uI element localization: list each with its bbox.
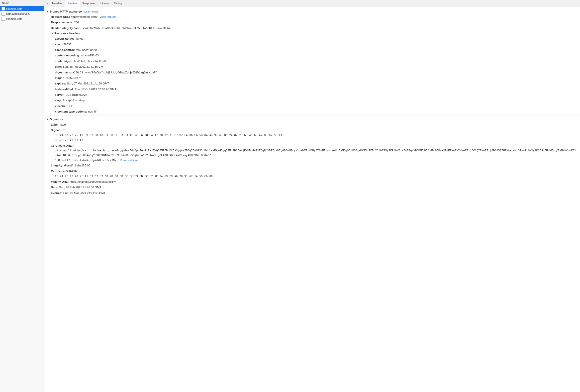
response-header-label: server: xyxy=(55,92,64,97)
tab-headers[interactable]: Headers xyxy=(50,0,65,7)
response-header-row: expires: Sun, 07 Mar 2021 21:41:38 GMT xyxy=(44,81,580,86)
response-header-label: x-content-type-options: xyxy=(55,109,87,114)
response-headers-label: Response headers: xyxy=(54,32,81,35)
learn-more-link[interactable]: Learn more xyxy=(84,10,99,13)
list-item-label: example.com xyxy=(6,17,22,20)
tab-initiator[interactable]: Initiator xyxy=(97,0,111,7)
response-header-value: Thu, 17 Oct 2019 07:18:26 GMT xyxy=(75,87,116,91)
response-header-row: x-cache: HIT xyxy=(44,103,580,109)
request-url-value: https://example.com/ xyxy=(71,15,98,19)
signature-arrow: ▼ xyxy=(46,118,49,121)
expires-row: Expires: Sun, 07 Mar 2021 21:41:38 GMT xyxy=(44,190,580,196)
response-header-value: "3147526947" xyxy=(63,76,81,80)
response-header-value: ECS (dcb/7EA2) xyxy=(65,92,86,97)
response-header-row: x-content-type-options: nosniff xyxy=(44,109,580,114)
response-header-value: nosniff xyxy=(88,109,96,114)
integrity-row: Integrity: digest/mi-sha256-03 xyxy=(44,163,580,168)
signature-header[interactable]: ▼ Signature xyxy=(44,117,580,122)
response-header-label: etag: xyxy=(55,76,62,80)
signature-label-row: Label: label xyxy=(44,122,580,127)
response-header-label: age: xyxy=(55,42,61,47)
cert-sha256-value: FB 44 26 13 48 2F A1 E7 67 F7 68 2D C0 8… xyxy=(44,174,580,179)
signature-hex-1: 30 44 02 20 26 A9 89 92 ED 10 33 98 CE C… xyxy=(44,133,580,138)
tab-close-button[interactable]: × xyxy=(45,0,50,7)
response-header-label: content-encoding: xyxy=(55,53,80,58)
signature-section-label: Signature xyxy=(50,118,63,121)
response-code-value: 200 xyxy=(74,20,79,25)
response-header-value: mi-sha256-03=kcwVP6aOwYmA/j9JbUU0GbuiZdn… xyxy=(65,70,159,75)
file-icon xyxy=(2,7,5,11)
response-header-label: expires: xyxy=(55,81,66,86)
response-headers-arrow: ▼ xyxy=(51,32,53,35)
response-header-label: date: xyxy=(55,64,62,69)
date-row: Date: Sun, 28 Feb 2021 21:41:38 GMT xyxy=(44,184,580,190)
response-header-value: max-age=604800 xyxy=(76,48,98,52)
response-header-value: Sun, 07 Mar 2021 21:41:38 GMT xyxy=(67,81,109,86)
response-header-row: last-modified: Thu, 17 Oct 2019 07:18:26… xyxy=(44,86,580,92)
header-integrity-row: Header integrity hash: sha256-/IWdYDKW66… xyxy=(44,25,580,31)
file-icon xyxy=(2,12,5,16)
tab-timing[interactable]: Timing xyxy=(111,0,125,7)
response-header-value: Accept-Encoding xyxy=(63,98,85,103)
cert-sha256-row: Certificate SHA256: xyxy=(44,168,580,174)
header-integrity-value: sha256-/IWdYDKW663F+eRGZMdhwjEhIJW+Hw6hK… xyxy=(82,26,170,30)
response-header-row: content-type: text/html; charset=UTF-8 xyxy=(44,58,580,64)
collapse-arrow: ▼ xyxy=(46,10,49,13)
list-item-example-com-1[interactable]: example.com xyxy=(0,6,44,11)
signature-hex-row: Signature: xyxy=(44,127,580,133)
response-header-label: digest: xyxy=(55,70,64,75)
cert-url-row: Certificate URL: xyxy=(44,143,580,148)
validity-url-value: https://example.com/webpkg/validity xyxy=(70,179,116,184)
cert-url-value-2: B4XDTIxMDIyODAwMTcyNloXDTIxMDUyOTAwMTcyN… xyxy=(264,149,498,152)
response-header-row: vary: Accept-Encoding xyxy=(44,97,580,103)
response-header-row: content-encoding: mi-sha256-03 xyxy=(44,53,580,58)
response-header-label: accept-ranges: xyxy=(55,36,75,41)
response-header-row: digest: mi-sha256-03=kcwVP6aOwYmA/j9JbUU… xyxy=(44,70,580,75)
date-value: Sun, 28 Feb 2021 21:41:38 GMT xyxy=(59,185,101,189)
validity-url-row: Validity URL: https://example.com/webpkg… xyxy=(44,179,580,184)
response-header-row: etag: "3147526947" xyxy=(44,75,580,81)
response-header-value: bytes xyxy=(76,36,83,41)
response-header-row: age: 428635 xyxy=(44,42,580,47)
view-request-link[interactable]: View request xyxy=(100,15,116,19)
left-panel: Name example.com data:application/ce... … xyxy=(0,0,44,392)
request-url-label: Request URL: xyxy=(51,15,70,19)
tab-response[interactable]: Response xyxy=(80,0,98,7)
response-code-label: Response code: xyxy=(51,20,73,25)
list-item-label: example.com xyxy=(6,7,22,10)
file-icon xyxy=(2,17,5,21)
validity-url-label: Validity URL: xyxy=(51,179,69,184)
tabs-bar: × Headers Preview Response Initiator Tim… xyxy=(44,0,580,7)
left-panel-header: Name xyxy=(0,0,44,6)
integrity-label: Integrity: xyxy=(51,163,63,168)
response-headers-header[interactable]: ▼ Response headers: xyxy=(44,31,580,36)
cert-url-value-block: data:application/cert-chain+cbor;base64,… xyxy=(44,148,580,163)
signature-hex-2: B9 73 2E 42 C0 A0 xyxy=(44,138,580,143)
response-code-row: Response code: 200 xyxy=(44,20,580,25)
signature-hex-label: Signature: xyxy=(51,128,65,132)
cert-url-value-4: 5nBHzvFK7KF+VzxtkbzNzcEpkdW1teS1vY3Nw xyxy=(55,159,116,162)
response-header-row: accept-ranges: bytes xyxy=(44,36,580,41)
section-divider xyxy=(44,116,580,116)
response-header-label: x-cache: xyxy=(55,104,67,108)
list-item-label: data:application/ce... xyxy=(6,12,31,15)
signed-exchange-header[interactable]: ▼ Signed HTTP exchange Learn more xyxy=(44,9,580,14)
header-integrity-label: Header integrity hash: xyxy=(51,26,81,30)
expires-label: Expires: xyxy=(51,191,62,195)
response-header-value: Sun, 28 Feb 2021 21:41:38 GMT xyxy=(63,64,105,69)
expires-value: Sun, 07 Mar 2021 21:41:38 GMT xyxy=(63,191,105,195)
list-item-data-application[interactable]: data:application/ce... xyxy=(0,11,44,16)
response-header-value: text/html; charset=UTF-8 xyxy=(74,59,106,63)
view-certificate-link[interactable]: View certificate xyxy=(120,159,139,162)
cert-url-label: Certificate URL: xyxy=(51,143,73,148)
response-header-label: content-type: xyxy=(55,59,73,63)
response-header-label: cache-control: xyxy=(55,48,75,52)
tab-preview[interactable]: Preview xyxy=(65,0,80,7)
response-header-row: server: ECS (dcb/7EA2) xyxy=(44,92,580,97)
request-url-row: Request URL: https://example.com/ View r… xyxy=(44,14,580,20)
content-area: ▼ Signed HTTP exchange Learn more Reques… xyxy=(44,7,580,392)
response-header-value: mi-sha256-03 xyxy=(81,53,99,58)
response-header-value: HIT xyxy=(68,104,72,108)
list-item-example-com-2[interactable]: example.com xyxy=(0,16,44,21)
sig-label-value: label xyxy=(60,122,66,127)
